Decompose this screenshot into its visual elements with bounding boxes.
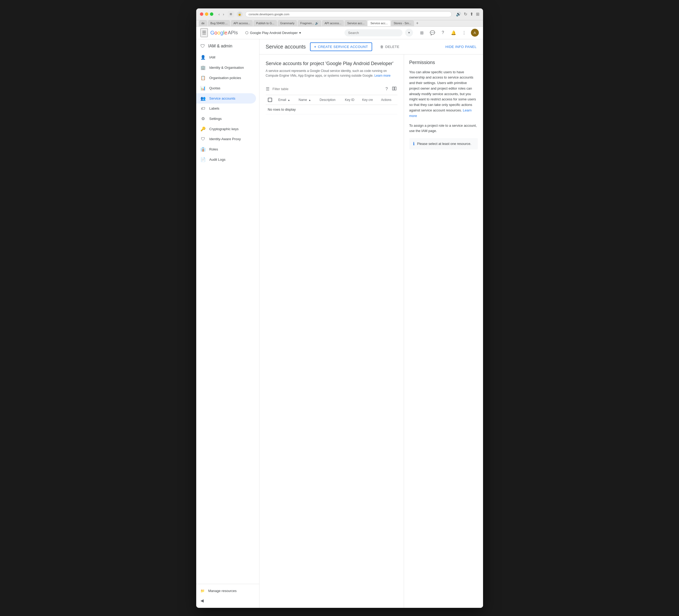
learn-more-link[interactable]: Learn more: [374, 74, 390, 78]
app-header: ☰ Google APIs ⬡ Google Play Android Deve…: [196, 27, 483, 39]
sidebar-nav: 👤 IAM 🏢 Identity & Organisation 📋 Organi…: [196, 52, 259, 584]
header-actions: ⊞ 💬 ? 🔔 ⋮ A: [418, 29, 479, 37]
sidebar-item-settings[interactable]: ⚙ Settings: [196, 114, 256, 124]
svg-rect-1: [394, 87, 396, 90]
forward-button[interactable]: ›: [222, 11, 225, 17]
hamburger-menu[interactable]: ☰: [200, 28, 208, 37]
col-name: Name ▲: [297, 95, 318, 105]
new-tab-button[interactable]: +: [415, 21, 420, 26]
tab-fragment[interactable]: Fragmen... 🔊: [298, 20, 321, 26]
share-icon[interactable]: ⬆: [470, 11, 473, 17]
person-icon: 👤: [200, 55, 206, 60]
delete-button[interactable]: 🗑 DELETE: [376, 43, 403, 51]
volume-icon[interactable]: 🔊: [456, 11, 461, 17]
tab-api1[interactable]: API access...: [231, 20, 253, 26]
hide-info-panel-button[interactable]: HIDE INFO PANEL: [445, 45, 477, 49]
col-description: Description: [318, 95, 343, 105]
sort-email-icon[interactable]: ▲: [288, 98, 290, 101]
shield-icon: 🛡: [200, 137, 206, 142]
help-icon[interactable]: ?: [439, 29, 447, 36]
sidebar-item-roles[interactable]: 👔 Roles: [196, 144, 256, 154]
select-all-checkbox[interactable]: [268, 98, 272, 102]
sidebar-item-org-policies[interactable]: 📋 Organisation policies: [196, 73, 256, 83]
title-bar: ‹ › ⊞ 🔒 console.developers.google.com 🔊 …: [196, 8, 483, 20]
sidebar-label-iam: IAM: [209, 55, 216, 59]
manage-resources-label: Manage resources: [208, 589, 237, 593]
columns-icon[interactable]: [391, 85, 397, 93]
sidebar-label-service-accounts: Service accounts: [209, 96, 235, 100]
create-button-label: CREATE SERVICE ACCOUNT: [318, 45, 368, 49]
sidebar-label-audit-logs: Audit Logs: [209, 158, 225, 161]
collapse-icon: ◀: [200, 598, 203, 603]
back-button[interactable]: ‹: [218, 11, 221, 17]
service-accounts-section-title: Service accounts for project 'Google Pla…: [266, 61, 397, 66]
apis-label: APIs: [228, 30, 238, 36]
tab-bug[interactable]: Bug 59400:...: [208, 20, 230, 26]
traffic-lights: [200, 12, 213, 16]
manage-resources-item[interactable]: 📁 Manage resources: [196, 586, 259, 595]
apps-icon[interactable]: ⊞: [418, 29, 426, 36]
address-bar[interactable]: console.developers.google.com: [245, 11, 452, 17]
info-box: ℹ Please select at least one resource.: [409, 138, 478, 149]
filter-icon: ☰: [266, 86, 269, 91]
sidebar-item-iam[interactable]: 👤 IAM: [196, 52, 256, 62]
plus-icon: +: [314, 45, 316, 49]
sidebar-label-identity: Identity & Organisation: [209, 66, 244, 69]
sidebar-header: 🛡 IAM & admin: [196, 39, 259, 52]
google-logo: Google APIs: [211, 30, 238, 36]
sidebar-label-iap: Identity-Aware Proxy: [209, 137, 241, 141]
sidebar-item-iap[interactable]: 🛡 Identity-Aware Proxy: [196, 134, 256, 144]
maximize-button[interactable]: [210, 12, 213, 16]
list-icon: 📋: [200, 75, 206, 80]
tab-api2[interactable]: API access...: [322, 20, 344, 26]
content-panels: Service accounts for project 'Google Pla…: [259, 55, 483, 608]
tab-service1[interactable]: Service acc...: [345, 20, 367, 26]
tab-overview-button[interactable]: ⊞: [228, 11, 234, 18]
project-selector[interactable]: ⬡ Google Play Android Developer ▾: [243, 30, 303, 36]
search-dropdown-button[interactable]: ▾: [405, 29, 413, 37]
col-key-id: Key ID: [343, 95, 360, 105]
help-table-icon[interactable]: ?: [385, 86, 389, 92]
minimize-button[interactable]: [205, 12, 208, 16]
create-service-account-button[interactable]: + CREATE SERVICE ACCOUNT: [310, 42, 372, 51]
toolbar-icons: 🔊 ↻ ⬆ ⊞: [456, 11, 479, 17]
permissions-text-1: You can allow specific users to have own…: [409, 69, 478, 119]
info-panel: Permissions You can allow specific users…: [404, 55, 483, 608]
close-button[interactable]: [200, 12, 203, 16]
tab-stores[interactable]: Stores - Sm...: [391, 20, 414, 26]
sidebar-item-service-accounts[interactable]: 👥 Service accounts: [196, 93, 256, 103]
support-icon[interactable]: 💬: [429, 29, 436, 36]
sidebar-item-quotas[interactable]: 📊 Quotas: [196, 83, 256, 93]
sidebar-item-audit-logs[interactable]: 📄 Audit Logs: [196, 154, 256, 165]
tab-service2[interactable]: Service acc...: [368, 20, 390, 26]
sort-name-icon[interactable]: ▲: [309, 98, 311, 101]
search-input[interactable]: [345, 29, 402, 36]
col-actions: Actions: [379, 95, 397, 105]
new-tab-icon[interactable]: ⊞: [476, 11, 479, 17]
tab-grammarly[interactable]: Grammarly: [278, 20, 297, 26]
tab-de[interactable]: de: [199, 20, 207, 26]
collapse-sidebar-button[interactable]: ◀: [196, 595, 259, 606]
service-accounts-table: Email ▲ Name ▲ Description Key ID Key cr…: [266, 95, 397, 114]
iam-admin-icon: 🛡: [200, 43, 205, 49]
permissions-title: Permissions: [409, 60, 478, 65]
table-no-rows: No rows to display: [266, 104, 397, 114]
lock-icon: 🔒: [237, 11, 243, 17]
address-text: console.developers.google.com: [249, 13, 289, 16]
avatar[interactable]: A: [471, 29, 479, 37]
sidebar-item-crypto-keys[interactable]: 🔑 Cryptographic keys: [196, 124, 256, 134]
sidebar-label-org-policies: Organisation policies: [209, 76, 241, 80]
more-options-icon[interactable]: ⋮: [460, 29, 468, 36]
service-accounts-description: A service account represents a Google Cl…: [266, 68, 397, 78]
tab-publish[interactable]: Publish to G...: [253, 20, 277, 26]
notifications-icon[interactable]: 🔔: [450, 29, 457, 36]
label-icon: 🏷: [200, 106, 206, 111]
sidebar-item-identity[interactable]: 🏢 Identity & Organisation: [196, 62, 256, 73]
sidebar-title: IAM & admin: [208, 44, 233, 49]
chart-icon: 📊: [200, 86, 206, 91]
sidebar-label-quotas: Quotas: [209, 86, 221, 90]
browser-tabs: de Bug 59400:... API access... Publish t…: [196, 20, 483, 27]
sidebar-item-labels[interactable]: 🏷 Labels: [196, 103, 256, 114]
filter-input[interactable]: [271, 86, 382, 92]
refresh-icon[interactable]: ↻: [464, 11, 467, 17]
